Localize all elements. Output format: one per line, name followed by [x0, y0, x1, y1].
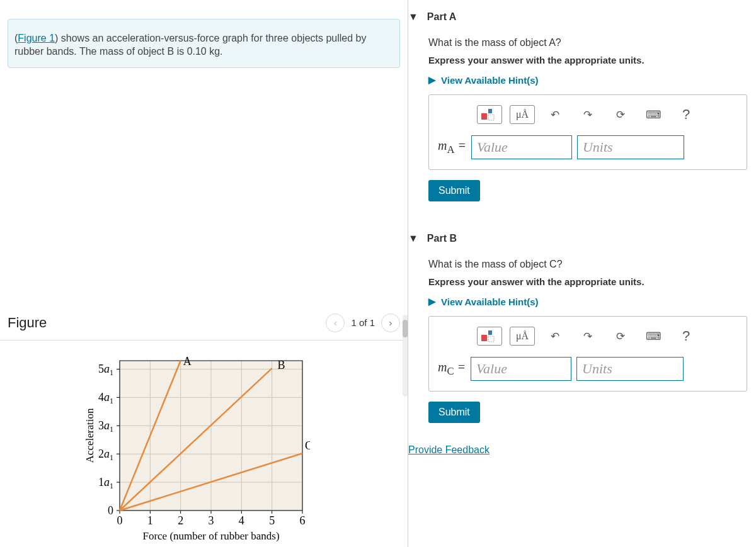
part-a-content: What is the mass of object A? Express yo…: [408, 27, 747, 201]
svg-text:5a1: 5a1: [98, 363, 113, 377]
redo-button[interactable]: ↷: [575, 327, 600, 346]
input-toolbar: μÅ ↶ ↷ ⟳ ⌨ ?: [438, 105, 738, 124]
part-b-input-row: mC =: [438, 357, 738, 381]
figure-body: 012345601a12a13a14a15a1ABCForce (number …: [0, 341, 408, 547]
part-b-value-input[interactable]: [471, 357, 571, 381]
part-b-question: What is the mass of object C?: [428, 259, 747, 270]
undo-button[interactable]: ↶: [542, 105, 568, 124]
redo-icon: ↷: [583, 108, 592, 121]
svg-text:4: 4: [239, 514, 244, 527]
svg-text:A: A: [183, 354, 192, 367]
help-button[interactable]: ?: [673, 105, 699, 124]
unit-button[interactable]: μÅ: [510, 327, 535, 346]
part-b-answer-box: μÅ ↶ ↷ ⟳ ⌨ ? mC =: [428, 316, 747, 392]
keyboard-icon: ⌨: [646, 330, 662, 343]
keyboard-button[interactable]: ⌨: [641, 105, 666, 124]
figure-next-button[interactable]: ›: [381, 313, 400, 332]
assignment-panel: (Figure 1) shows an acceleration-versus-…: [0, 0, 408, 547]
figure-page-indicator: 1 of 1: [351, 317, 375, 328]
svg-rect-47: [488, 109, 492, 113]
svg-text:C: C: [305, 439, 310, 452]
figure-link[interactable]: Figure 1: [18, 33, 55, 43]
svg-text:2: 2: [178, 514, 183, 527]
figure-nav: ‹ 1 of 1 ›: [326, 313, 400, 332]
templates-button[interactable]: [477, 327, 502, 346]
part-a-units-input[interactable]: [577, 135, 684, 159]
templates-icon: [481, 108, 498, 121]
svg-text:Force (number of rubber bands): Force (number of rubber bands): [142, 530, 279, 542]
svg-rect-46: [481, 113, 487, 120]
reset-icon: ⟳: [616, 330, 625, 343]
svg-text:1: 1: [147, 514, 153, 527]
undo-button[interactable]: ↶: [542, 327, 568, 346]
svg-rect-51: [488, 336, 494, 342]
part-b-label: Part B: [427, 233, 457, 244]
svg-text:B: B: [278, 359, 285, 371]
help-button[interactable]: ?: [673, 327, 699, 346]
part-b-var-label: mC =: [438, 360, 466, 378]
part-a-var-label: mA =: [438, 138, 466, 156]
part-b-submit-button[interactable]: Submit: [428, 402, 480, 423]
caret-right-icon: ▶: [428, 74, 436, 86]
input-toolbar: μÅ ↶ ↷ ⟳ ⌨ ?: [438, 327, 738, 346]
templates-button[interactable]: [477, 105, 502, 124]
part-b-units-input[interactable]: [576, 357, 684, 381]
reset-button[interactable]: ⟳: [608, 105, 633, 124]
svg-rect-50: [488, 330, 492, 335]
svg-text:0: 0: [117, 514, 123, 527]
acceleration-force-chart: 012345601a12a13a14a15a1ABCForce (number …: [83, 354, 310, 543]
part-a-question: What is the mass of object A?: [428, 37, 747, 48]
svg-text:5: 5: [269, 514, 275, 527]
part-a-note: Express your answer with the appropriate…: [428, 55, 747, 65]
part-b-hints-toggle[interactable]: ▶ View Available Hint(s): [428, 296, 747, 307]
templates-icon: [481, 330, 498, 342]
scrollbar[interactable]: [403, 315, 408, 397]
svg-text:0: 0: [108, 504, 113, 517]
part-a-header[interactable]: ▼ Part A: [408, 0, 747, 27]
svg-text:6: 6: [300, 514, 306, 527]
figure-prev-button[interactable]: ‹: [326, 313, 345, 332]
part-b-header[interactable]: ▼ Part B: [408, 222, 747, 249]
keyboard-icon: ⌨: [646, 108, 662, 121]
redo-icon: ↷: [583, 330, 592, 343]
hints-label: View Available Hint(s): [441, 75, 539, 86]
svg-text:4a1: 4a1: [98, 391, 113, 405]
reset-icon: ⟳: [616, 108, 625, 121]
figure-header: Figure ‹ 1 of 1 ›: [0, 313, 408, 332]
svg-text:3: 3: [209, 514, 214, 527]
caret-right-icon: ▶: [428, 296, 436, 307]
intro-post: ) shows an acceleration-versus-force gra…: [14, 33, 367, 57]
figure-title: Figure: [8, 315, 326, 331]
svg-text:2a1: 2a1: [98, 448, 113, 462]
svg-text:1a1: 1a1: [98, 476, 113, 490]
undo-icon: ↶: [551, 330, 559, 343]
chevron-left-icon: ‹: [334, 317, 337, 328]
part-a-hints-toggle[interactable]: ▶ View Available Hint(s): [428, 74, 747, 86]
chevron-right-icon: ›: [389, 317, 392, 328]
caret-down-icon: ▼: [408, 11, 418, 23]
provide-feedback-link[interactable]: Provide Feedback: [408, 444, 490, 456]
part-b-content: What is the mass of object C? Express yo…: [408, 249, 747, 423]
keyboard-button[interactable]: ⌨: [641, 327, 666, 346]
intro-box: (Figure 1) shows an acceleration-versus-…: [8, 19, 400, 68]
reset-button[interactable]: ⟳: [608, 327, 633, 346]
svg-text:3a1: 3a1: [98, 419, 113, 434]
part-a-input-row: mA =: [438, 135, 738, 159]
part-a-value-input[interactable]: [471, 135, 572, 159]
unit-button[interactable]: μÅ: [510, 105, 535, 124]
svg-rect-49: [481, 335, 487, 341]
part-a-label: Part A: [427, 11, 457, 23]
undo-icon: ↶: [551, 108, 559, 121]
answer-panel: ▼ Part A What is the mass of object A? E…: [408, 0, 756, 547]
svg-rect-48: [488, 115, 494, 120]
caret-down-icon: ▼: [408, 233, 418, 244]
part-b-note: Express your answer with the appropriate…: [428, 276, 747, 287]
part-a-submit-button[interactable]: Submit: [428, 180, 480, 201]
svg-text:Acceleration: Acceleration: [84, 408, 96, 463]
redo-button[interactable]: ↷: [575, 105, 600, 124]
hints-label: View Available Hint(s): [441, 296, 539, 307]
part-a-answer-box: μÅ ↶ ↷ ⟳ ⌨ ? mA =: [428, 94, 747, 170]
